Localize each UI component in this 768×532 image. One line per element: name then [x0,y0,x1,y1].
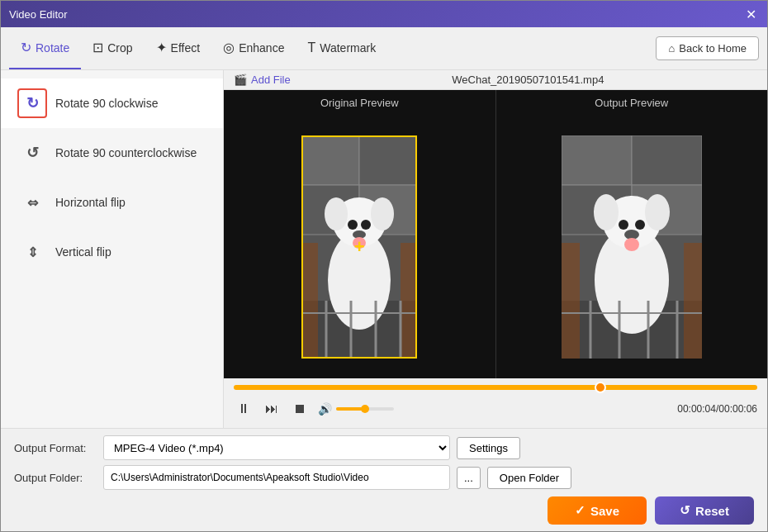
crop-tab-icon: ⊡ [92,40,103,55]
original-video-frame: + [301,135,417,359]
svg-point-9 [371,197,394,230]
right-panel: 🎬 Add File WeChat_20190507101541.mp4 Ori… [224,70,767,428]
svg-point-30 [645,194,670,230]
flip-v-icon: ⇕ [17,237,47,267]
tab-crop[interactable]: ⊡ Crop [81,27,144,69]
tab-rotate-label: Rotate [36,41,69,55]
output-preview-label: Output Preview [496,90,768,116]
sidebar-item-rotate-cw[interactable]: ↻ Rotate 90 clockwise [1,78,223,128]
rotate-tab-icon: ↻ [21,40,31,55]
svg-rect-2 [359,135,417,185]
svg-rect-35 [562,243,580,359]
tab-crop-label: Crop [107,41,132,55]
action-buttons: ✓ Save ↺ Reset [14,496,754,525]
format-row: Output Format: MPEG-4 Video (*.mp4) Sett… [14,435,754,460]
stop-button[interactable]: ⏹ [290,400,310,418]
svg-point-10 [348,220,358,230]
tab-effect-label: Effect [171,41,201,55]
svg-point-8 [325,197,348,230]
svg-point-13 [353,237,366,249]
output-video-frame [562,135,702,359]
file-bar: 🎬 Add File WeChat_20190507101541.mp4 [224,70,767,90]
time-display: 00:00:04/00:00:06 [677,403,757,415]
original-preview-label: Original Preview [224,90,495,116]
original-preview-panel: Original Preview [224,90,495,378]
sidebar: ↻ Rotate 90 clockwise ↺ Rotate 90 counte… [1,70,224,428]
rotate-cw-icon: ↻ [17,88,47,118]
scrubber[interactable] [234,385,757,390]
browse-button[interactable]: ... [457,467,481,489]
volume-icon: 🔊 [318,402,332,416]
flip-h-label: Horizontal flip [55,196,126,209]
window-title: Video Editor [9,8,68,21]
save-label: Save [590,504,619,518]
reset-button[interactable]: ↺ Reset [655,496,754,525]
svg-rect-15 [401,243,417,359]
flip-h-icon: ⇔ [17,188,47,217]
svg-rect-1 [301,135,359,185]
output-preview-panel: Output Preview [496,90,768,378]
folder-row: Output Folder: ... Open Folder [14,465,754,490]
preview-area: Original Preview [224,90,767,378]
rotate-ccw-icon: ↺ [17,138,47,168]
tab-bar: ↻ Rotate ⊡ Crop ✦ Effect ◎ Enhance T Wat… [1,27,767,70]
svg-rect-14 [301,243,318,359]
rotate-cw-label: Rotate 90 clockwise [55,97,159,110]
close-button[interactable]: ✕ [742,6,759,22]
title-bar: Video Editor ✕ [1,1,767,27]
tab-effect[interactable]: ✦ Effect [145,27,212,69]
controls-bar: ⏸ ⏭ ⏹ 🔊 00:00:04/00:00:06 [234,397,757,421]
svg-point-34 [624,238,639,251]
add-file-icon: 🎬 [234,74,247,86]
add-file-button[interactable]: 🎬 Add File [234,74,291,86]
output-dog-svg [562,135,702,359]
output-folder-input[interactable] [103,465,450,490]
original-dog-svg [301,135,417,359]
volume-handle[interactable] [361,405,369,413]
home-icon: ⌂ [668,42,675,55]
filename-display: WeChat_20190507101541.mp4 [299,74,757,86]
tab-watermark-label: Watermark [320,41,376,55]
output-folder-label: Output Folder: [14,472,97,484]
volume-bar[interactable] [336,407,394,411]
enhance-tab-icon: ◎ [223,40,235,55]
original-preview-content: + [224,116,495,378]
save-button[interactable]: ✓ Save [548,496,647,525]
output-format-select[interactable]: MPEG-4 Video (*.mp4) [103,435,450,460]
svg-rect-36 [684,243,702,359]
main-window: Video Editor ✕ ↻ Rotate ⊡ Crop ✦ Effect … [0,0,768,532]
back-home-button[interactable]: ⌂ Back to Home [656,36,759,60]
svg-rect-22 [562,135,632,185]
svg-point-11 [361,220,371,230]
reset-label: Reset [695,504,729,518]
add-file-label: Add File [251,74,291,86]
bottom-bar: Output Format: MPEG-4 Video (*.mp4) Sett… [1,428,767,531]
scrubber-handle[interactable] [595,382,606,393]
timeline-area: ⏸ ⏭ ⏹ 🔊 00:00:04/00:00:06 [224,378,767,428]
sidebar-item-rotate-ccw[interactable]: ↺ Rotate 90 counterclockwise [1,128,223,178]
tab-enhance[interactable]: ◎ Enhance [211,27,296,69]
save-checkmark-icon: ✓ [575,503,585,518]
tab-rotate[interactable]: ↻ Rotate [9,27,81,69]
effect-tab-icon: ✦ [156,40,167,55]
svg-rect-23 [632,135,702,185]
back-home-label: Back to Home [679,42,747,55]
open-folder-button[interactable]: Open Folder [487,467,571,489]
volume-area: 🔊 [318,402,394,416]
sidebar-item-flip-h[interactable]: ⇔ Horizontal flip [1,178,223,227]
main-content: ↻ Rotate 90 clockwise ↺ Rotate 90 counte… [1,70,767,428]
output-format-label: Output Format: [14,442,97,454]
svg-point-31 [619,220,628,230]
pause-button[interactable]: ⏸ [234,400,254,418]
svg-point-29 [594,194,619,230]
tab-watermark[interactable]: T Watermark [296,27,387,69]
sidebar-item-flip-v[interactable]: ⇕ Vertical flip [1,227,223,277]
tab-enhance-label: Enhance [239,41,284,55]
forward-button[interactable]: ⏭ [262,400,282,418]
svg-point-32 [635,220,645,230]
output-preview-content [496,116,768,378]
settings-button[interactable]: Settings [457,437,520,459]
rotate-ccw-label: Rotate 90 counterclockwise [55,146,197,159]
flip-v-label: Vertical flip [55,245,111,259]
reset-rotate-icon: ↺ [680,503,690,518]
